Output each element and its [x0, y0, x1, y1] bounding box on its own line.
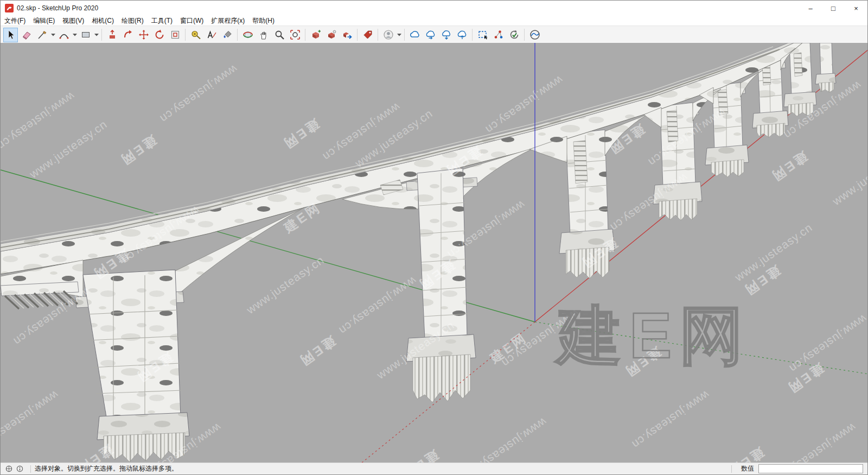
push-pull-tool[interactable] — [105, 28, 119, 42]
forum-tool[interactable] — [527, 28, 542, 42]
menu-item-window[interactable]: 窗口(W) — [176, 16, 207, 26]
send-to-layout-icon — [342, 29, 353, 40]
menu-item-camera[interactable]: 相机(C) — [88, 16, 118, 26]
toolbar-separator — [378, 29, 378, 41]
shapes-tool-dropdown[interactable] — [93, 28, 99, 42]
big-watermark: 建E网 — [554, 300, 751, 371]
upload-model-tool[interactable] — [455, 28, 469, 42]
sign-in-dropdown[interactable] — [396, 28, 402, 42]
select-tool[interactable] — [3, 28, 18, 42]
sketchup-window: 02.skp - SketchUp Pro 2020 – □ × 文件(F) 编… — [0, 0, 868, 475]
toolbar-separator — [237, 29, 238, 41]
zoom-extents-icon — [290, 29, 301, 40]
zoom-tool[interactable] — [272, 28, 286, 42]
toolbar-separator — [305, 29, 305, 41]
tape-measure-tool[interactable] — [188, 28, 203, 42]
selection-frame-icon — [477, 29, 488, 40]
menu-item-help[interactable]: 帮助(H) — [248, 16, 278, 26]
menu-item-extensions[interactable]: 扩展程序(x) — [207, 16, 248, 26]
statusbar-separator — [731, 465, 732, 473]
title-bar: 02.skp - SketchUp Pro 2020 – □ × — [1, 1, 867, 16]
pan-tool[interactable] — [256, 28, 271, 42]
toolbar-separator — [404, 29, 405, 41]
window-title: 02.skp - SketchUp Pro 2020 — [17, 4, 98, 12]
avatar-icon — [383, 29, 394, 40]
chevron-down-icon — [94, 34, 99, 36]
offset-tool[interactable] — [168, 28, 182, 42]
chevron-down-icon — [73, 34, 77, 36]
geolocation-icon[interactable] — [5, 465, 13, 473]
window-controls: – □ × — [799, 1, 867, 16]
trimble-connect-tool[interactable] — [407, 28, 422, 42]
shapes-tool[interactable] — [78, 28, 93, 42]
viewport-canvas: www.justeasy.cnwww.justeasy.cnwww.justea… — [1, 43, 868, 464]
toolbar-separator — [357, 29, 358, 41]
follow-me-tool[interactable] — [120, 28, 135, 42]
text-icon — [206, 29, 217, 40]
line-tool[interactable] — [35, 28, 49, 42]
chevron-down-icon — [51, 34, 55, 36]
rotate-tool[interactable] — [152, 28, 167, 42]
selection-frame-tool[interactable] — [475, 28, 490, 42]
rectangle-icon — [80, 29, 91, 40]
model-checkup-tool[interactable] — [507, 28, 521, 42]
chevron-down-icon — [397, 34, 401, 36]
create-component-tool[interactable] — [308, 28, 323, 42]
arc-icon — [59, 29, 69, 40]
measurement-input[interactable] — [758, 464, 863, 473]
toolbar-separator — [472, 29, 473, 41]
pencil-icon — [37, 29, 48, 40]
statusbar-separator — [30, 465, 31, 473]
globe-icon — [529, 29, 540, 40]
component-options-icon — [326, 29, 337, 40]
menu-item-draw[interactable]: 绘图(R) — [118, 16, 148, 26]
cloud-sync-icon — [425, 29, 437, 40]
publish-model-tool[interactable] — [423, 28, 438, 42]
tag-tool[interactable] — [360, 28, 375, 42]
sign-in-avatar[interactable] — [381, 28, 395, 42]
status-message: 选择对象。切换到扩充选择。拖动鼠标选择多项。 — [35, 464, 178, 473]
cloud-download-icon — [441, 29, 452, 40]
move-tool[interactable] — [136, 28, 151, 42]
minimize-button[interactable]: – — [799, 1, 822, 16]
close-button[interactable]: × — [845, 1, 867, 16]
zoom-extents-tool[interactable] — [288, 28, 302, 42]
model-viewport[interactable]: www.justeasy.cnwww.justeasy.cnwww.justea… — [1, 43, 868, 464]
main-toolbar — [1, 26, 867, 44]
arc-tool[interactable] — [56, 28, 71, 42]
orbit-tool[interactable] — [240, 28, 255, 42]
status-bar: 选择对象。切换到扩充选择。拖动鼠标选择多项。 数值 — [1, 463, 867, 474]
component-box-icon — [310, 29, 321, 40]
refresh-check-icon — [509, 29, 520, 40]
menu-item-edit[interactable]: 编辑(E) — [29, 16, 59, 26]
toolbar-separator — [524, 29, 525, 41]
menu-item-tools[interactable]: 工具(T) — [148, 16, 176, 26]
tag-icon — [362, 29, 373, 40]
maximize-button[interactable]: □ — [822, 1, 845, 16]
paint-bucket-icon — [222, 29, 233, 40]
follow-me-icon — [123, 29, 133, 40]
menu-item-view[interactable]: 视图(V) — [59, 16, 88, 26]
extension-warehouse-tool[interactable] — [491, 28, 506, 42]
arc-tool-dropdown[interactable] — [72, 28, 78, 42]
push-pull-icon — [107, 29, 118, 40]
eraser-tool[interactable] — [19, 28, 34, 42]
move-icon — [138, 29, 149, 40]
tape-measure-icon — [190, 29, 201, 40]
download-model-tool[interactable] — [439, 28, 454, 42]
rotate-icon — [154, 29, 165, 40]
text-tool[interactable] — [204, 28, 219, 42]
send-to-layout-tool[interactable] — [340, 28, 354, 42]
info-icon[interactable] — [16, 465, 24, 473]
toolbar-separator — [185, 29, 186, 41]
orbit-icon — [242, 29, 253, 40]
pan-hand-icon — [258, 29, 269, 40]
cloud-upload-icon — [456, 29, 468, 40]
sketchup-logo-icon — [5, 4, 14, 12]
cloud-icon — [409, 29, 421, 40]
paint-bucket-tool[interactable] — [220, 28, 234, 42]
component-options-tool[interactable] — [324, 28, 339, 42]
menu-item-file[interactable]: 文件(F) — [1, 16, 29, 26]
line-tool-dropdown[interactable] — [50, 28, 56, 42]
select-arrow-icon — [5, 29, 16, 40]
